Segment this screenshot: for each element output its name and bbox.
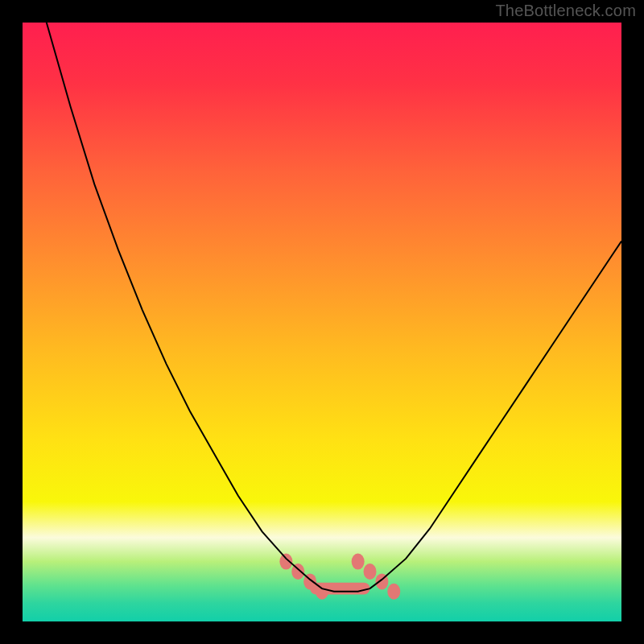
curve-layer xyxy=(23,23,621,621)
watermark-text: TheBottleneck.com xyxy=(495,2,636,20)
outer-frame: TheBottleneck.com xyxy=(0,0,644,644)
curve-line xyxy=(23,23,621,592)
plot-area xyxy=(23,23,621,621)
valley-markers-right-cluster xyxy=(387,584,400,600)
valley-decorations xyxy=(279,554,400,600)
valley-markers-right-cluster xyxy=(364,564,377,580)
valley-floor-band xyxy=(310,583,369,595)
valley-markers-right-cluster xyxy=(352,554,365,570)
